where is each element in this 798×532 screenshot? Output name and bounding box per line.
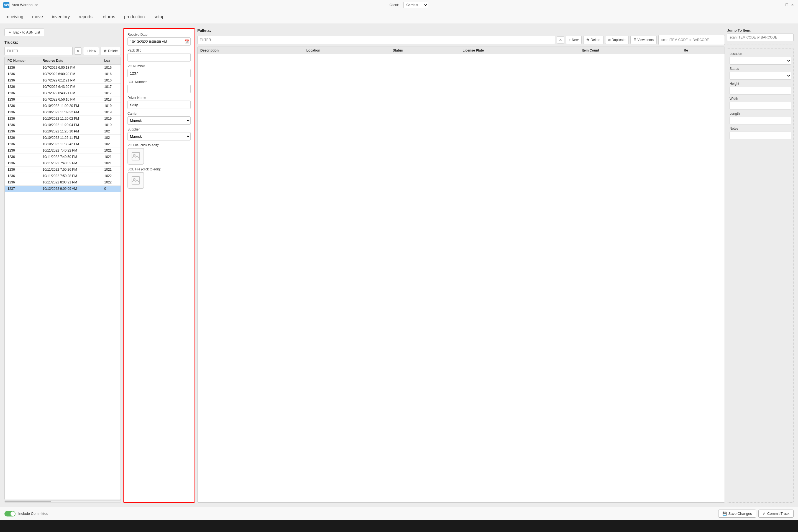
po-number-input[interactable]	[128, 69, 191, 77]
table-row[interactable]: 123610/7/2022 6:00:18 PM1016	[5, 64, 120, 71]
driver-name-input[interactable]	[128, 100, 191, 109]
po-file-placeholder[interactable]	[128, 148, 144, 165]
pack-slip-label: Pack Slip	[128, 49, 191, 52]
pallets-delete-label: Delete	[591, 38, 601, 42]
client-select[interactable]: Cerritus	[403, 2, 428, 8]
titlebar-center: Client: Cerritus	[390, 2, 428, 8]
pallets-delete-button[interactable]: 🗑 Delete	[583, 36, 604, 44]
pallets-new-button[interactable]: + New	[566, 36, 582, 44]
back-to-asn-button[interactable]: ↩ Back to ASN List	[4, 28, 44, 36]
trucks-delete-button[interactable]: 🗑 Delete	[100, 47, 121, 55]
nav-production[interactable]: production	[124, 13, 145, 20]
commit-truck-button[interactable]: ✔ Commit Truck	[758, 510, 794, 518]
plus-icon: +	[569, 38, 571, 42]
table-row[interactable]: 123610/7/2022 6:43:20 PM1017	[5, 84, 120, 90]
table-row[interactable]: 123610/10/2022 11:20:04 PM1019	[5, 122, 120, 128]
length-field-label: Length	[729, 112, 791, 116]
table-row[interactable]: 123610/10/2022 11:09:20 PM1019	[5, 103, 120, 109]
table-row[interactable]: 123610/7/2022 6:56:10 PM1018	[5, 96, 120, 103]
trucks-table: PO Number Receive Date Loa 123610/7/2022…	[5, 57, 120, 192]
bottombar: Include Committed 💾 Save Changes ✔ Commi…	[0, 507, 798, 520]
location-select[interactable]	[729, 57, 791, 64]
pallets-col-status: Status	[390, 47, 460, 54]
pallets-filter-input[interactable]	[197, 36, 555, 44]
table-row[interactable]: 123610/11/2022 7:40:22 PM1021	[5, 147, 120, 154]
table-row[interactable]: 123610/11/2022 7:50:26 PM1021	[5, 167, 120, 173]
table-row[interactable]: 123610/11/2022 7:40:52 PM1021	[5, 160, 120, 167]
bottom-actions: 💾 Save Changes ✔ Commit Truck	[718, 510, 794, 518]
minimize-button[interactable]: —	[779, 3, 784, 7]
pallets-duplicate-button[interactable]: ⧉ Duplicate	[605, 36, 629, 44]
table-row[interactable]: 123610/7/2022 6:00:20 PM1016	[5, 71, 120, 77]
bol-number-input[interactable]	[128, 85, 191, 93]
trucks-filter-input[interactable]	[4, 47, 73, 55]
table-row[interactable]: 123610/7/2022 6:12:21 PM1016	[5, 77, 120, 84]
trucks-new-button[interactable]: + New	[83, 47, 99, 55]
nav-setup[interactable]: setup	[153, 13, 164, 20]
receive-date-group: Receive Date 📅	[128, 33, 191, 46]
right-fields-panel: Location Status Height Width Length Note…	[727, 48, 794, 502]
pallets-action-bar: ✕ + New 🗑 Delete ⧉ Duplicate ☰ View Item…	[197, 35, 725, 45]
table-row[interactable]: 123610/11/2022 7:40:50 PM1021	[5, 154, 120, 160]
save-changes-button[interactable]: 💾 Save Changes	[718, 510, 756, 518]
jump-to-item-section: Jump To Item:	[727, 28, 794, 41]
pallets-table: Description Location Status License Plat…	[197, 47, 725, 54]
pallets-filter-clear-button[interactable]: ✕	[557, 36, 564, 43]
table-row[interactable]: 123610/11/2022 8:03:21 PM1022	[5, 179, 120, 186]
maximize-button[interactable]: ❐	[785, 3, 789, 7]
svg-rect-0	[132, 152, 140, 160]
receive-date-input[interactable]	[128, 37, 191, 46]
table-row[interactable]: 123610/10/2022 11:26:10 PM102	[5, 128, 120, 135]
trucks-tbody: 123610/7/2022 6:00:18 PM1016123610/7/202…	[5, 64, 120, 192]
trucks-table-wrap: PO Number Receive Date Loa 123610/7/2022…	[4, 57, 121, 500]
table-row[interactable]: 123610/10/2022 11:09:22 PM1019	[5, 109, 120, 116]
pallets-view-items-label: View Items	[638, 38, 654, 42]
status-select[interactable]	[729, 72, 791, 79]
nav-receiving[interactable]: receiving	[5, 13, 23, 20]
bol-number-group: BOL Number	[128, 80, 191, 93]
nav-reports[interactable]: reports	[79, 13, 93, 20]
nav-returns[interactable]: returns	[101, 13, 115, 20]
notes-input[interactable]	[729, 132, 791, 139]
notes-field-label: Notes	[729, 127, 791, 131]
save-icon: 💾	[722, 512, 727, 516]
pallets-col-loc: Location	[304, 47, 390, 54]
close-button[interactable]: ✕	[790, 3, 795, 7]
supplier-group: Supplier Maersk	[128, 128, 191, 140]
trucks-filter-clear-button[interactable]: ✕	[74, 48, 81, 55]
nav-move[interactable]: move	[32, 13, 43, 20]
bol-number-label: BOL Number	[128, 80, 191, 84]
include-committed-toggle[interactable]	[4, 511, 16, 516]
driver-name-group: Driver Name	[128, 96, 191, 109]
pallet-scan-input[interactable]	[658, 35, 725, 45]
table-row[interactable]: 123610/10/2022 11:20:02 PM1019	[5, 116, 120, 122]
table-row[interactable]: 123610/10/2022 11:38:42 PM102	[5, 141, 120, 147]
bol-file-label: BOL File (click to edit):	[128, 167, 191, 171]
table-row[interactable]: 123710/13/2022 9:09:09 AM0	[5, 186, 120, 192]
pallets-header: Pallets:	[197, 28, 725, 33]
pallets-title: Pallets:	[197, 28, 211, 33]
status-field-label: Status	[729, 67, 791, 71]
length-input[interactable]	[729, 117, 791, 125]
pack-slip-input[interactable]	[128, 53, 191, 61]
table-row[interactable]: 123610/7/2022 6:43:21 PM1017	[5, 90, 120, 96]
trucks-scroll-track[interactable]	[4, 500, 121, 502]
table-row[interactable]: 123610/10/2022 11:26:11 PM102	[5, 135, 120, 141]
width-field-label: Width	[729, 97, 791, 100]
height-input[interactable]	[729, 87, 791, 94]
app-icon: AW	[3, 2, 10, 8]
taskbar	[0, 520, 798, 532]
trucks-delete-label: Delete	[108, 49, 118, 53]
pallets-view-items-button[interactable]: ☰ View Items	[630, 36, 657, 44]
pallets-duplicate-label: Duplicate	[612, 38, 626, 42]
titlebar: AW Arca Warehouse Client: Cerritus — ❐ ✕	[0, 0, 798, 10]
carrier-select[interactable]: Maersk	[128, 116, 191, 125]
pallets-col-re: Re	[681, 47, 725, 54]
jump-scan-input[interactable]	[727, 34, 794, 41]
supplier-select[interactable]: Maersk	[128, 132, 191, 140]
nav-inventory[interactable]: inventory	[52, 13, 70, 20]
receive-date-input-wrap: 📅	[128, 37, 191, 46]
table-row[interactable]: 123610/11/2022 7:50:28 PM1022	[5, 173, 120, 179]
bol-file-placeholder[interactable]	[128, 172, 144, 189]
width-input[interactable]	[729, 102, 791, 110]
